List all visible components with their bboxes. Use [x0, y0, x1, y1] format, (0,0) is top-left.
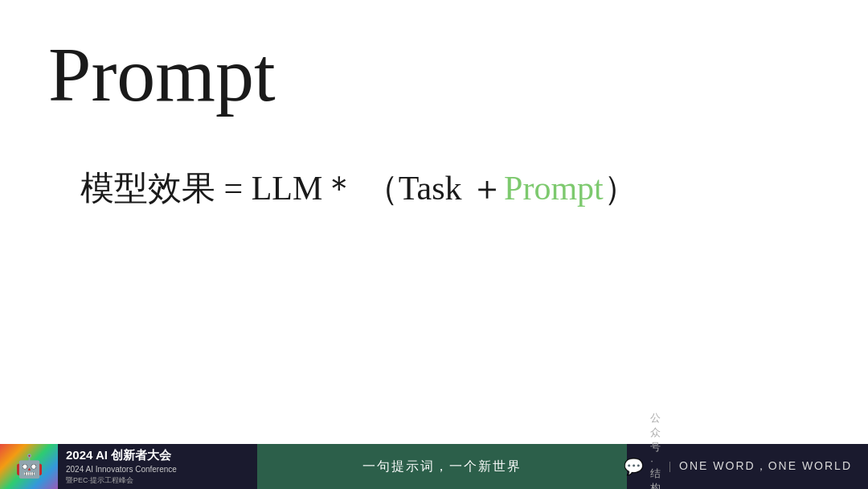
footer-right-slogan: ONE WORD，ONE WORLD [679, 459, 852, 474]
footer-bar: 🤖 2024 AI 创新者大会 2024 AI Innovators Confe… [0, 444, 868, 489]
wechat-label: 公众号·结构词AI [650, 411, 661, 489]
robot-icon: 🤖 [15, 455, 43, 478]
formula-suffix: ） [604, 166, 637, 211]
conf-subtitle: 暨PEC·提示工程峰会 [66, 475, 177, 486]
conf-title-cn: 2024 AI 创新者大会 [66, 448, 177, 463]
formula-prefix: 模型效果 = LLM＊ （Task ＋ [80, 166, 504, 211]
wechat-area: 💬 公众号·结构词AI [624, 411, 661, 489]
conf-title-en: 2024 AI Innovators Conference [66, 465, 177, 474]
logo-box: 🤖 [0, 444, 58, 489]
wechat-icon: 💬 [624, 457, 644, 476]
slide-main: Prompt 模型效果 = LLM＊ （Task ＋ Prompt ） [0, 0, 868, 444]
footer-center: 一句提示词，一个新世界 [257, 444, 627, 489]
footer-right: 💬 公众号·结构词AI | ONE WORD，ONE WORLD [627, 444, 868, 489]
conference-info: 2024 AI 创新者大会 2024 AI Innovators Confere… [58, 443, 185, 490]
footer-left: 🤖 2024 AI 创新者大会 2024 AI Innovators Confe… [0, 443, 257, 490]
footer-divider: | [669, 460, 671, 473]
footer-center-text: 一句提示词，一个新世界 [362, 458, 522, 475]
formula-container: 模型效果 = LLM＊ （Task ＋ Prompt ） [80, 166, 820, 211]
formula-prompt-word: Prompt [504, 169, 604, 208]
slide-title: Prompt [48, 32, 820, 117]
